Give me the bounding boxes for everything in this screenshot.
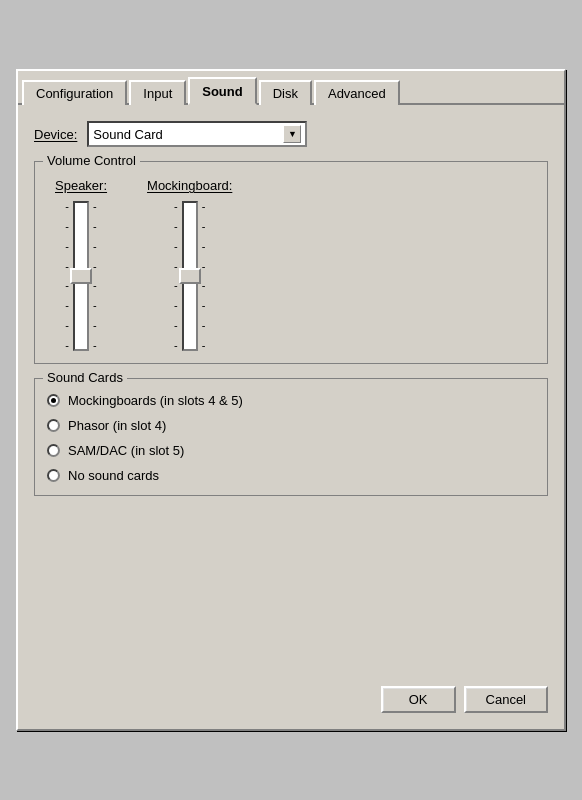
speaker-slider-thumb[interactable] xyxy=(70,268,92,284)
radio-option-mockingboards: Mockingboards (in slots 4 & 5) xyxy=(47,393,535,408)
mockingboard-slider-container: - - - - - - - - - xyxy=(174,201,205,351)
radio-mockingboards-label[interactable]: Mockingboards (in slots 4 & 5) xyxy=(68,393,243,408)
speaker-ticks-left: - - - - - - - - xyxy=(65,201,69,351)
volume-control-fieldset: Volume Control Speaker: - - - - - - - xyxy=(34,161,548,364)
tab-content: Device: Sound Card ▼ Volume Control Spea… xyxy=(18,105,564,678)
device-label: Device: xyxy=(34,127,77,142)
radio-phasor[interactable] xyxy=(47,419,60,432)
ok-button[interactable]: OK xyxy=(381,686,456,713)
radio-samdac-label[interactable]: SAM/DAC (in slot 5) xyxy=(68,443,184,458)
speaker-slider-container: - - - - - - - - - xyxy=(65,201,96,351)
tab-disk[interactable]: Disk xyxy=(259,80,312,105)
tab-configuration[interactable]: Configuration xyxy=(22,80,127,105)
volume-control-legend: Volume Control xyxy=(43,153,140,168)
radio-samdac[interactable] xyxy=(47,444,60,457)
mockingboard-slider-thumb[interactable] xyxy=(179,268,201,284)
tab-sound[interactable]: Sound xyxy=(188,77,256,105)
mockingboard-slider-track[interactable] xyxy=(182,201,198,351)
radio-none-label[interactable]: No sound cards xyxy=(68,468,159,483)
radio-phasor-label[interactable]: Phasor (in slot 4) xyxy=(68,418,166,433)
device-dropdown-value: Sound Card xyxy=(93,127,281,142)
tab-advanced[interactable]: Advanced xyxy=(314,80,400,105)
tab-input[interactable]: Input xyxy=(129,80,186,105)
mockingboard-label: Mockingboard: xyxy=(147,178,232,193)
radio-option-samdac: SAM/DAC (in slot 5) xyxy=(47,443,535,458)
mockingboard-ticks-left: - - - - - - - - xyxy=(174,201,178,351)
cancel-button[interactable]: Cancel xyxy=(464,686,548,713)
volume-area: Speaker: - - - - - - - - xyxy=(47,170,535,351)
speaker-slider-group: Speaker: - - - - - - - - xyxy=(55,178,107,351)
speaker-ticks-right: - - - - - - - - xyxy=(93,201,97,351)
speaker-label: Speaker: xyxy=(55,178,107,193)
mockingboard-ticks-right: - - - - - - - - xyxy=(202,201,206,351)
button-row: OK Cancel xyxy=(18,678,564,717)
device-row: Device: Sound Card ▼ xyxy=(34,121,548,147)
radio-option-none: No sound cards xyxy=(47,468,535,483)
device-dropdown[interactable]: Sound Card ▼ xyxy=(87,121,307,147)
tab-bar: Configuration Input Sound Disk Advanced xyxy=(18,71,564,105)
sound-cards-legend: Sound Cards xyxy=(43,370,127,385)
empty-space xyxy=(34,510,548,670)
radio-option-phasor: Phasor (in slot 4) xyxy=(47,418,535,433)
radio-none[interactable] xyxy=(47,469,60,482)
dropdown-arrow-icon[interactable]: ▼ xyxy=(283,125,301,143)
sound-cards-fieldset: Sound Cards Mockingboards (in slots 4 & … xyxy=(34,378,548,496)
speaker-slider-track[interactable] xyxy=(73,201,89,351)
mockingboard-slider-group: Mockingboard: - - - - - - - - xyxy=(147,178,232,351)
radio-mockingboards[interactable] xyxy=(47,394,60,407)
dialog-window: Configuration Input Sound Disk Advanced … xyxy=(16,69,566,731)
